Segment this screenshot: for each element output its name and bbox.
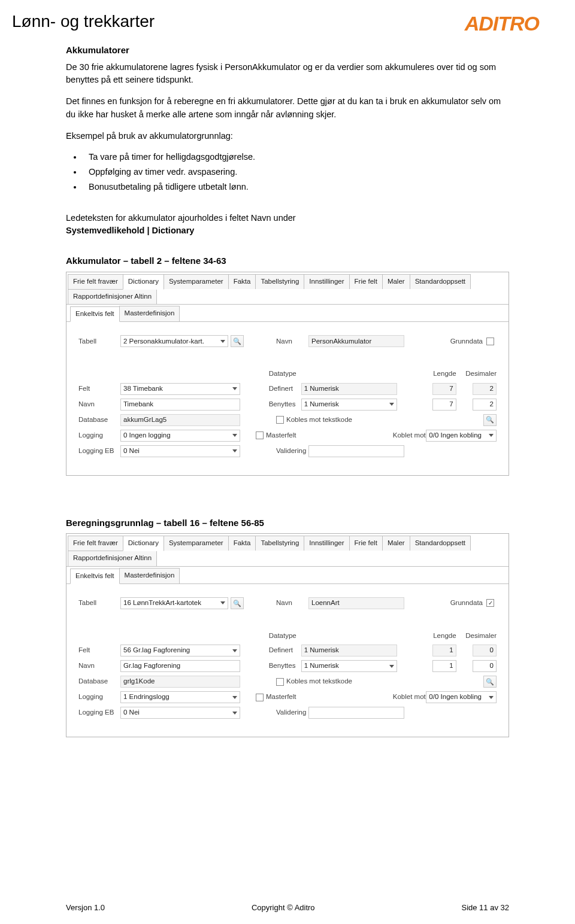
- loggingeb-label: Logging EB: [78, 707, 120, 718]
- tab-tabellstyring[interactable]: Tabellstyring: [255, 536, 304, 551]
- tab-masterdefinisjon[interactable]: Masterdefinisjon: [119, 306, 180, 321]
- tabell-select[interactable]: 2 Personakkumulator-kart.: [120, 335, 228, 347]
- list-item: Oppfølging av timer vedr. avspasering.: [83, 166, 509, 179]
- tab-rapportdef-altinn[interactable]: Rapportdefinisjoner Altinn: [68, 551, 157, 566]
- benyttes-label: Benyttes: [269, 399, 301, 409]
- kobles-label: Kobles mot tekstkode: [286, 676, 352, 686]
- tab-tabellstyring[interactable]: Tabellstyring: [255, 274, 304, 289]
- page-title: Lønn- og trekkarter: [12, 12, 155, 31]
- tab-maler[interactable]: Maler: [382, 274, 410, 289]
- loggingeb-label: Logging EB: [78, 446, 120, 456]
- panel1-label: Akkumulator – tabell 2 – feltene 34-63: [66, 254, 509, 268]
- kobles-checkbox[interactable]: [276, 678, 284, 686]
- aditro-logo: ADITRO: [465, 12, 539, 35]
- logging-select[interactable]: 0 Ingen logging: [120, 430, 240, 442]
- tab-enkeltvis-felt[interactable]: Enkeltvis felt: [70, 569, 120, 584]
- search-icon[interactable]: 🔍: [483, 414, 497, 426]
- masterfelt-checkbox[interactable]: [256, 694, 264, 701]
- felt-select[interactable]: 56 Gr.lag Fagforening: [120, 645, 240, 656]
- lengde-field: 1: [432, 645, 456, 656]
- tab-dictionary[interactable]: Dictionary: [123, 274, 164, 290]
- chevron-down-icon: [389, 403, 394, 406]
- masterfelt-checkbox[interactable]: [256, 431, 264, 439]
- tab-fakta[interactable]: Fakta: [228, 274, 256, 289]
- definert-label: Definert: [269, 384, 301, 394]
- navn-field: LoennArt: [308, 597, 404, 609]
- chevron-down-icon: [489, 434, 494, 437]
- tab-frie-felt[interactable]: Frie felt: [349, 274, 383, 289]
- loggingeb-select[interactable]: 0 Nei: [120, 707, 240, 719]
- chevron-down-icon: [220, 340, 225, 343]
- tab-innstillinger[interactable]: Innstillinger: [304, 274, 349, 289]
- navn-input[interactable]: Gr.lag Fagforening: [120, 660, 240, 672]
- desimaler-field: 2: [473, 383, 497, 395]
- search-icon[interactable]: 🔍: [483, 676, 497, 688]
- section-heading: Akkumulatorer: [66, 44, 509, 57]
- masterfelt-label: Masterfelt: [266, 430, 296, 440]
- tab-rapportdef-altinn[interactable]: Rapportdefinisjoner Altinn: [68, 289, 157, 304]
- tab-standardoppsett[interactable]: Standardoppsett: [410, 274, 471, 289]
- paragraph-4: Ledeteksten for akkumulator ajourholdes …: [66, 212, 509, 238]
- chevron-down-icon: [232, 696, 237, 699]
- grunndata-checkbox[interactable]: ✓: [486, 599, 494, 607]
- tab-masterdefinisjon[interactable]: Masterdefinisjon: [119, 568, 180, 583]
- panel2-label: Beregningsgrunnlag – tabell 16 – feltene…: [66, 516, 509, 530]
- navn2-label: Navn: [78, 661, 120, 671]
- desimaler-label: Desimaler: [465, 369, 497, 379]
- database-field: grlg1Kode: [120, 676, 240, 688]
- chevron-down-icon: [232, 387, 237, 390]
- tab-systemparameter[interactable]: Systemparameter: [164, 274, 229, 289]
- desimaler-input[interactable]: 2: [473, 399, 497, 411]
- tabell-select[interactable]: 16 LønnTrekkArt-kartotek: [120, 597, 228, 609]
- validering-input[interactable]: [308, 445, 404, 457]
- koblet-select[interactable]: 0/0 Ingen kobling: [426, 691, 497, 703]
- tab-standardoppsett[interactable]: Standardoppsett: [410, 536, 471, 551]
- tab-fakta[interactable]: Fakta: [228, 536, 256, 551]
- navn2-label: Navn: [78, 399, 120, 409]
- benyttes-select[interactable]: 1 Numerisk: [301, 399, 397, 411]
- search-icon[interactable]: 🔍: [231, 597, 244, 609]
- masterfelt-label: Masterfelt: [266, 692, 296, 702]
- lengde-input[interactable]: 7: [432, 399, 456, 411]
- navn-input[interactable]: Timebank: [120, 399, 240, 411]
- main-tabs: Frie felt fravær Dictionary Systemparame…: [66, 534, 509, 567]
- validering-input[interactable]: [308, 707, 404, 719]
- tab-innstillinger[interactable]: Innstillinger: [304, 536, 349, 551]
- grunndata-label: Grunndata: [450, 598, 483, 608]
- dictionary-panel-1: Frie felt fravær Dictionary Systemparame…: [66, 272, 509, 476]
- bullet-list: Ta vare på timer for helligdagsgodtgjøre…: [77, 151, 509, 193]
- loggingeb-select[interactable]: 0 Nei: [120, 445, 240, 457]
- tab-frie-felt-fravaer[interactable]: Frie felt fravær: [68, 274, 123, 289]
- database-field: akkumGrLag5: [120, 414, 240, 426]
- paragraph-2: Det finnes en funksjon for å reberegne e…: [66, 95, 509, 121]
- chevron-down-icon: [232, 434, 237, 437]
- paragraph-3: Eksempel på bruk av akkumulatorgrunnlag:: [66, 130, 509, 143]
- tab-dictionary[interactable]: Dictionary: [123, 536, 164, 551]
- database-label: Database: [78, 415, 120, 425]
- kobles-checkbox[interactable]: [276, 416, 284, 424]
- lengde-field: 7: [432, 383, 456, 395]
- logging-select[interactable]: 1 Endringslogg: [120, 691, 240, 703]
- tab-systemparameter[interactable]: Systemparameter: [164, 536, 229, 551]
- benyttes-label: Benyttes: [269, 661, 301, 671]
- validering-label: Validering: [276, 707, 308, 718]
- footer-page: Side 11 av 32: [461, 903, 509, 912]
- sub-tabs: Enkeltvis felt Masterdefinisjon: [66, 305, 509, 322]
- dictionary-panel-2: Frie felt fravær Dictionary Systemparame…: [66, 533, 509, 737]
- navn-label: Navn: [276, 336, 308, 346]
- lengde-label: Lengde: [433, 369, 456, 379]
- tab-frie-felt-fravaer[interactable]: Frie felt fravær: [68, 536, 123, 551]
- sub-tabs: Enkeltvis felt Masterdefinisjon: [66, 567, 509, 584]
- benyttes-select[interactable]: 1 Numerisk: [301, 660, 397, 672]
- desimaler-input[interactable]: 0: [473, 660, 497, 672]
- grunndata-checkbox[interactable]: [486, 338, 494, 345]
- tab-maler[interactable]: Maler: [382, 536, 410, 551]
- kobles-label: Kobles mot tekstkode: [286, 415, 352, 425]
- tab-enkeltvis-felt[interactable]: Enkeltvis felt: [70, 306, 120, 322]
- felt-select[interactable]: 38 Timebank: [120, 383, 240, 395]
- koblet-select[interactable]: 0/0 Ingen kobling: [426, 430, 497, 442]
- tab-frie-felt[interactable]: Frie felt: [349, 536, 383, 551]
- page-footer: Versjon 1.0 Copyright © Aditro Side 11 a…: [0, 903, 575, 912]
- search-icon[interactable]: 🔍: [231, 335, 244, 347]
- lengde-input[interactable]: 1: [432, 660, 456, 672]
